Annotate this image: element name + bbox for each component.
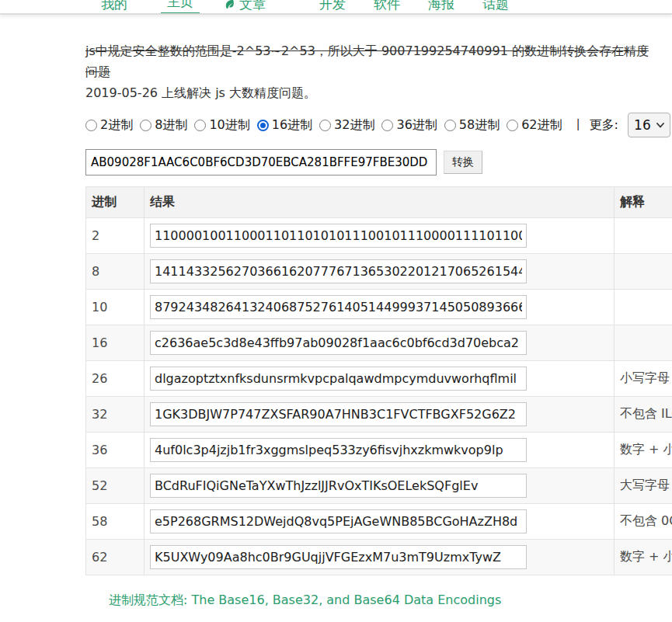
result-input-base-16[interactable]: [150, 331, 527, 355]
nav-item-1[interactable]: 我的: [95, 0, 134, 15]
nav-item-dev[interactable]: 开发: [313, 0, 352, 15]
note-cell: [615, 290, 672, 325]
main-content: js中规定安全整数的范围是-2^53~2^53，所以大于 90071992547…: [0, 40, 672, 622]
result-input-base-62[interactable]: [150, 545, 527, 569]
result-cell: [144, 468, 615, 504]
nav-item-home[interactable]: 主页: [161, 0, 200, 15]
radio-base-58[interactable]: 58进制: [444, 117, 500, 134]
nav-item-label: 开发: [319, 0, 346, 15]
radio-base-16[interactable]: 16进制: [257, 117, 312, 134]
result-input-base-36[interactable]: [150, 438, 527, 462]
base-cell: 16: [86, 325, 144, 361]
result-cell: [144, 325, 615, 361]
base-cell: 2: [86, 218, 144, 254]
radio-base-10[interactable]: 10进制: [194, 117, 249, 134]
base-cell: 58: [86, 504, 144, 540]
nav-item-articles[interactable]: 文章: [218, 0, 272, 15]
base-cell: 52: [86, 468, 144, 504]
result-input-base-52[interactable]: [150, 474, 527, 498]
result-cell: [144, 540, 615, 575]
base-cell: 26: [86, 361, 144, 397]
radio-label: 10进制: [209, 117, 249, 134]
top-nav-row: 我的 主页 文章 开发 软件 海报 话题: [0, 0, 672, 15]
radio-label: 32进制: [334, 117, 374, 134]
radio-circle-icon: [85, 120, 97, 131]
result-cell: [144, 218, 615, 254]
radio-label: 36进制: [396, 117, 437, 134]
header-base: 进制: [86, 187, 144, 218]
note-cell: 小写字母: [615, 361, 672, 397]
result-cell: [144, 290, 615, 325]
options-divider: 丨: [573, 117, 585, 134]
base-cell: 8: [86, 254, 144, 290]
radio-base-36[interactable]: 36进制: [381, 117, 437, 134]
table-header-row: 进制 结果 解释: [86, 187, 672, 218]
radio-base-2[interactable]: 2进制: [85, 117, 133, 134]
result-cell: [144, 433, 615, 468]
base-select-value: 16: [634, 117, 651, 133]
base-select[interactable]: 16: [628, 113, 670, 137]
base-cell: 10: [86, 290, 144, 325]
base-cell: 32: [86, 397, 144, 433]
result-input-base-58[interactable]: [150, 509, 527, 533]
base-cell: 62: [86, 540, 144, 575]
table-row: 52 大写字母 + 小写字母: [86, 468, 672, 504]
leaf-icon: [224, 0, 235, 10]
radio-label: 8进制: [155, 117, 187, 134]
radio-circle-icon: [319, 120, 331, 131]
nav-item-poster[interactable]: 海报: [422, 0, 461, 15]
table-row: 8: [86, 254, 672, 290]
result-input-base-2[interactable]: [150, 224, 527, 248]
result-input-base-8[interactable]: [150, 259, 527, 283]
nav-item-topics[interactable]: 话题: [476, 0, 515, 15]
radio-base-62[interactable]: 62进制: [507, 117, 562, 134]
chevron-down-icon: [656, 123, 664, 128]
radio-label: 2进制: [100, 117, 133, 134]
note-cell: [615, 254, 672, 290]
nav-item-label: 主页: [167, 0, 193, 12]
note-cell: 不包含 0OlI: [615, 504, 672, 540]
result-cell: [144, 254, 615, 290]
nav-item-label: 文章: [239, 0, 266, 15]
header-result: 结果: [144, 187, 615, 218]
note-cell: 数字 + 小写字母 + 大写字母: [615, 540, 672, 575]
note-cell: 大写字母 + 小写字母: [615, 468, 672, 504]
radio-base-8[interactable]: 8进制: [140, 117, 187, 134]
table-row: 16: [86, 325, 672, 361]
radio-circle-icon: [444, 120, 456, 131]
radio-circle-icon: [507, 120, 518, 131]
update-note: 2019-05-26 上线解决 js 大数精度问题。: [85, 85, 316, 100]
radio-label: 16进制: [272, 117, 312, 134]
spec-doc-link[interactable]: 进制规范文档: The Base16, Base32, and Base64 D…: [109, 592, 672, 609]
table-row: 10: [86, 290, 672, 325]
number-input[interactable]: [85, 149, 437, 175]
radio-base-32[interactable]: 32进制: [319, 117, 374, 134]
convert-row: 转换: [85, 149, 672, 175]
result-input-base-26[interactable]: [150, 367, 527, 391]
intro-text: js中规定安全整数的范围是-2^53~2^53，所以大于 90071992547…: [85, 40, 660, 103]
result-cell: [144, 397, 615, 433]
footer-links: 进制规范文档: The Base16, Base32, and Base64 D…: [85, 592, 672, 622]
nav-item-label: 我的: [101, 0, 127, 15]
radio-circle-checked-icon: [257, 120, 269, 131]
deprecated-note: js中规定安全整数的范围是-2^53~2^53，所以大于 90071992547…: [85, 43, 649, 79]
nav-item-label: 海报: [428, 0, 454, 15]
nav-item-label: 软件: [374, 0, 400, 15]
table-row: 62 数字 + 小写字母 + 大写字母: [86, 540, 672, 575]
result-input-base-10[interactable]: [150, 295, 527, 319]
results-table: 进制 结果 解释 2 8 10 16: [85, 186, 672, 575]
radio-circle-icon: [381, 120, 393, 131]
more-label: 更多:: [590, 117, 618, 134]
table-row: 36 数字 + 小写字母: [86, 433, 672, 468]
table-row: 26 小写字母: [86, 361, 672, 397]
note-cell: 不包含 ILOU: [615, 397, 672, 433]
nav-item-label: 话题: [482, 0, 509, 15]
note-cell: [615, 325, 672, 361]
radio-circle-icon: [194, 120, 206, 131]
convert-button[interactable]: 转换: [444, 151, 482, 174]
nav-item-software[interactable]: 软件: [367, 0, 406, 15]
radio-circle-icon: [140, 120, 151, 131]
table-row: 32 不包含 ILOU: [86, 397, 672, 433]
result-cell: [144, 504, 615, 540]
result-input-base-32[interactable]: [150, 402, 527, 426]
